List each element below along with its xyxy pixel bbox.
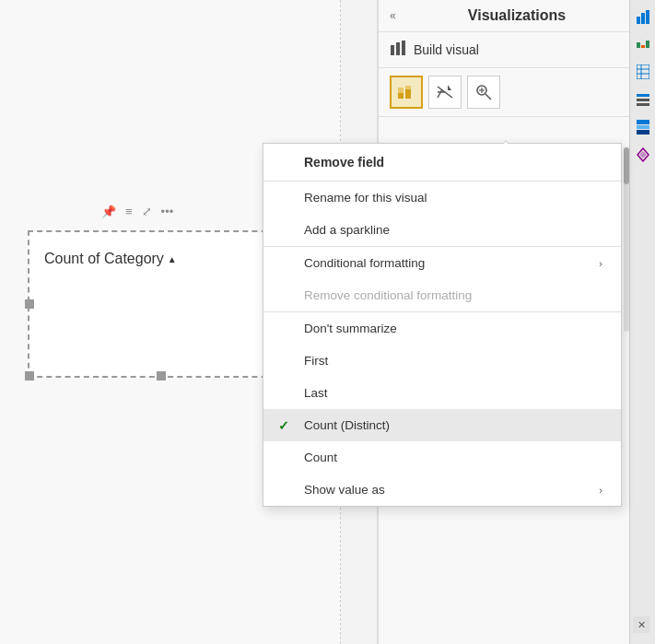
resize-handle-mid-left[interactable] [25, 299, 34, 309]
viz-type-icons-row [379, 68, 655, 117]
menu-item-remove-conditional-label: Remove conditional formatting [304, 288, 472, 302]
menu-item-last-label: Last [304, 386, 328, 400]
svg-rect-21 [637, 94, 649, 97]
svg-rect-16 [646, 41, 649, 48]
slicer-icon-btn[interactable] [428, 76, 462, 109]
svg-rect-26 [637, 130, 649, 135]
visual-card-value: 3 [44, 276, 278, 306]
viz-panel-header: « Visualizations » [379, 0, 655, 32]
menu-item-first-label: First [304, 354, 328, 368]
sidebar-icon-table[interactable] [632, 59, 654, 85]
svg-rect-24 [637, 120, 649, 124]
analytics-icon-btn[interactable] [467, 76, 500, 109]
stacked-bar-icon-btn[interactable] [390, 76, 423, 109]
expand-icon[interactable]: ⤢ [142, 205, 152, 218]
build-visual-icon [390, 40, 406, 60]
context-menu: Remove field Rename for this visual Add … [263, 143, 622, 507]
svg-rect-14 [637, 42, 640, 48]
menu-up-arrow [499, 141, 512, 149]
submenu-arrow-conditional: › [599, 258, 602, 269]
svg-rect-15 [641, 45, 645, 48]
svg-rect-1 [396, 42, 400, 55]
viz-scrollbar-thumb[interactable] [624, 147, 629, 184]
menu-item-rename-visual[interactable]: Rename for this visual [263, 181, 621, 214]
svg-rect-13 [646, 10, 649, 24]
svg-rect-6 [405, 86, 411, 89]
svg-rect-22 [637, 99, 649, 101]
svg-rect-25 [637, 125, 649, 129]
menu-item-remove-field-label: Remove field [304, 155, 384, 170]
resize-handle-bottom-left[interactable] [25, 371, 34, 381]
sidebar-icon-stacked[interactable] [632, 114, 654, 140]
menu-item-count-distinct[interactable]: Count (Distinct) [263, 409, 621, 441]
submenu-arrow-show-value: › [599, 485, 602, 496]
svg-rect-17 [637, 64, 649, 79]
sort-arrow-icon: ▲ [168, 254, 177, 264]
menu-item-add-sparkline[interactable]: Add a sparkline [263, 214, 621, 246]
menu-item-add-sparkline-label: Add a sparkline [304, 223, 390, 237]
svg-rect-3 [398, 93, 404, 99]
build-visual-label: Build visual [414, 42, 479, 57]
svg-rect-12 [641, 13, 645, 24]
menu-item-dont-summarize-label: Don't summarize [304, 322, 397, 335]
pin-icon[interactable]: 📌 [101, 205, 116, 218]
viz-sub-header: Build visual [379, 32, 655, 68]
menu-item-count[interactable]: Count [263, 441, 621, 474]
menu-item-dont-summarize[interactable]: Don't summarize [263, 312, 621, 345]
visual-card: Count of Category ▲ 3 [28, 230, 295, 378]
right-sidebar [629, 0, 655, 644]
svg-rect-5 [405, 89, 411, 99]
visual-card-content: Count of Category ▲ 3 [29, 232, 293, 315]
filter-icon[interactable]: ≡ [125, 205, 133, 218]
svg-rect-11 [637, 17, 640, 24]
menu-item-rename-visual-label: Rename for this visual [304, 191, 427, 205]
menu-item-show-value-as[interactable]: Show value as › [263, 474, 621, 506]
viz-scrollbar[interactable] [624, 147, 629, 332]
svg-line-8 [485, 94, 491, 100]
menu-item-count-distinct-label: Count (Distinct) [304, 418, 390, 432]
menu-item-show-value-as-label: Show value as [304, 483, 385, 497]
visual-title-text: Count of Category [44, 251, 164, 267]
collapse-left-btn[interactable]: « [390, 9, 396, 22]
svg-rect-2 [402, 41, 405, 55]
menu-item-conditional-formatting-label: Conditional formatting [304, 256, 425, 270]
viz-panel-title: Visualizations [468, 7, 566, 24]
menu-item-last[interactable]: Last [263, 377, 621, 409]
sidebar-icon-diamond[interactable] [632, 142, 654, 168]
svg-rect-23 [637, 103, 649, 106]
sidebar-icon-waterfall[interactable] [632, 31, 654, 57]
menu-item-conditional-formatting[interactable]: Conditional formatting › [263, 247, 621, 279]
visual-card-title: Count of Category ▲ [44, 251, 278, 267]
sidebar-icon-bar[interactable] [632, 4, 654, 29]
more-options-icon[interactable]: ••• [161, 205, 174, 218]
menu-item-count-label: Count [304, 451, 337, 464]
close-button[interactable]: ✕ [633, 616, 649, 633]
resize-handle-bottom-mid[interactable] [157, 371, 166, 381]
svg-rect-4 [398, 88, 404, 93]
sidebar-icon-list[interactable] [632, 87, 654, 112]
menu-item-remove-field[interactable]: Remove field [263, 144, 621, 181]
menu-item-first[interactable]: First [263, 345, 621, 377]
svg-rect-0 [391, 45, 394, 55]
menu-item-remove-conditional: Remove conditional formatting [263, 279, 621, 311]
